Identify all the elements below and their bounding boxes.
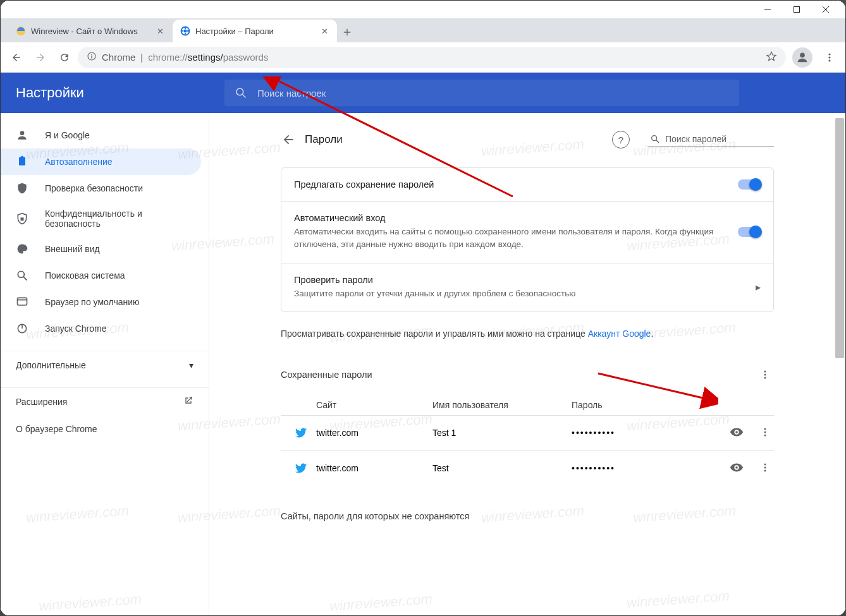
search-placeholder: Поиск настроек	[257, 88, 326, 99]
url-path: settings/	[188, 52, 223, 63]
settings-search[interactable]: Поиск настроек	[224, 80, 739, 106]
cell-pass: ••••••••••	[572, 463, 730, 473]
svg-point-35	[764, 431, 766, 433]
browser-tab-1[interactable]: Настройки – Пароли ✕	[173, 20, 337, 42]
saved-passwords-more-icon[interactable]	[756, 366, 774, 383]
palette-icon	[16, 243, 30, 255]
back-button[interactable]	[6, 47, 27, 68]
svg-point-39	[764, 466, 766, 468]
password-row[interactable]: twitter.com Test 1 ••••••••••	[281, 415, 774, 450]
bookmark-star-icon[interactable]	[766, 51, 777, 64]
sidebar-item-search-engine[interactable]: Поисковая система	[1, 262, 201, 289]
row-more-icon[interactable]	[760, 462, 774, 474]
browser-tab-0[interactable]: Winreview - Сайт о Windows ✕	[8, 20, 173, 42]
col-user-header: Имя пользователя	[432, 400, 572, 410]
google-account-link[interactable]: Аккаунт Google	[588, 329, 651, 339]
tab-title: Winreview - Сайт о Windows	[31, 27, 138, 36]
check-passwords-row[interactable]: Проверить пароли Защитите пароли от утеч…	[281, 263, 773, 311]
row-title: Автоматический вход	[294, 213, 738, 223]
extensions-label: Расширения	[16, 397, 67, 407]
window-minimize-button[interactable]	[753, 1, 782, 18]
svg-point-12	[800, 52, 805, 57]
sidebar-advanced-toggle[interactable]: Дополнительные ▾	[1, 351, 209, 378]
svg-rect-20	[21, 156, 23, 158]
profile-avatar[interactable]	[792, 47, 812, 68]
password-search-input[interactable]: Поиск паролей	[647, 133, 774, 147]
help-icon[interactable]: ?	[612, 131, 630, 148]
autofill-icon	[16, 155, 30, 168]
page-title: Пароли	[305, 133, 603, 146]
svg-point-33	[735, 431, 738, 433]
address-bar[interactable]: Chrome | chrome://settings/passwords	[78, 47, 786, 68]
url-source: Chrome	[102, 52, 135, 63]
svg-point-13	[828, 53, 830, 55]
browser-menu-icon[interactable]	[819, 47, 840, 68]
sidebar-item-you-and-google[interactable]: Я и Google	[1, 122, 201, 148]
tab-title: Настройки – Пароли	[195, 27, 274, 36]
chevron-down-icon: ▾	[189, 360, 193, 370]
col-pass-header: Пароль	[572, 400, 704, 410]
sidebar-item-extensions[interactable]: Расширения	[1, 387, 209, 415]
tab-favicon-icon	[16, 26, 26, 36]
show-password-icon[interactable]	[730, 461, 744, 476]
tab-strip: Winreview - Сайт о Windows ✕ Настройки –…	[1, 18, 845, 42]
scrollbar[interactable]	[835, 118, 844, 358]
saved-passwords-header: Сохраненные пароли	[281, 366, 774, 383]
svg-line-23	[24, 277, 27, 281]
site-info-icon[interactable]	[87, 51, 97, 63]
cell-user: Test	[432, 463, 572, 473]
svg-point-10	[91, 54, 92, 55]
svg-point-38	[764, 463, 766, 465]
svg-rect-21	[21, 217, 24, 220]
sidebar-item-default-browser[interactable]: Браузер по умолчанию	[1, 289, 201, 315]
window-title-bar	[1, 1, 845, 18]
svg-line-17	[243, 95, 246, 98]
show-password-icon[interactable]	[730, 425, 744, 441]
svg-point-31	[764, 373, 766, 375]
section-title: Сохраненные пароли	[281, 370, 372, 380]
row-more-icon[interactable]	[760, 427, 774, 439]
search-icon	[16, 269, 30, 282]
sidebar-item-appearance[interactable]: Внешний вид	[1, 236, 201, 262]
sidebar-item-on-startup[interactable]: Запуск Chrome	[1, 315, 201, 342]
url-scheme: chrome://	[148, 52, 188, 63]
reload-button[interactable]	[54, 47, 75, 68]
cell-pass: ••••••••••	[572, 428, 730, 438]
window-close-button[interactable]	[811, 1, 840, 18]
sidebar-item-privacy-security[interactable]: Конфиденциальность и безопасность	[1, 202, 201, 236]
window-maximize-button[interactable]	[782, 1, 811, 18]
tab-favicon-icon	[180, 26, 190, 36]
offer-save-toggle[interactable]	[738, 179, 761, 190]
browser-icon	[16, 296, 30, 308]
cell-site: twitter.com	[316, 463, 432, 473]
sidebar-item-about[interactable]: О браузере Chrome	[1, 415, 209, 443]
google-account-info: Просматривать сохраненные пароли и управ…	[281, 327, 774, 341]
svg-point-14	[828, 56, 830, 58]
sidebar-item-safety-check[interactable]: Проверка безопасности	[1, 175, 201, 202]
sidebar-item-autofill[interactable]: Автозаполнение	[1, 148, 201, 175]
forward-button[interactable]	[30, 47, 51, 68]
search-icon	[650, 134, 660, 144]
sidebar-item-label: Внешний вид	[45, 244, 186, 254]
tab-close-icon[interactable]: ✕	[319, 26, 329, 36]
password-row[interactable]: twitter.com Test ••••••••••	[281, 450, 774, 486]
chevron-right-icon: ▸	[756, 281, 761, 293]
sidebar-item-label: Запуск Chrome	[45, 323, 186, 334]
person-icon	[16, 129, 30, 142]
new-tab-button[interactable]	[337, 22, 357, 42]
row-title: Проверить пароли	[294, 275, 756, 285]
page-back-button[interactable]	[281, 132, 296, 147]
svg-point-34	[764, 428, 766, 430]
col-site-header: Сайт	[281, 400, 432, 410]
offer-save-passwords-row: Предлагать сохранение паролей	[281, 168, 773, 202]
cell-user: Test 1	[432, 428, 572, 438]
browser-toolbar: Chrome | chrome://settings/passwords	[1, 42, 845, 73]
sidebar-item-label: Конфиденциальность и безопасность	[45, 208, 186, 229]
svg-rect-24	[18, 298, 27, 305]
tab-close-icon[interactable]: ✕	[155, 26, 165, 36]
settings-main: Пароли ? Поиск паролей Предлагать сохран…	[209, 113, 845, 616]
auto-signin-toggle[interactable]	[738, 227, 761, 237]
never-saved-header: Сайты, пароли для которых не сохраняются	[281, 511, 774, 521]
shield-check-icon	[16, 182, 30, 195]
row-description: Защитите пароли от утечки данных и други…	[294, 287, 756, 300]
